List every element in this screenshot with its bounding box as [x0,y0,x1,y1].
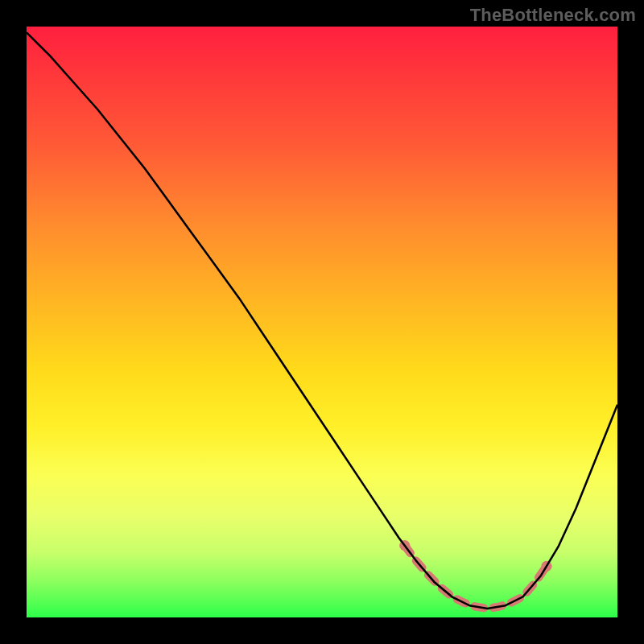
chart-frame: TheBottleneck.com [0,0,644,644]
plot-area [27,27,617,617]
bottleneck-curve [27,32,617,609]
chart-svg [27,27,617,617]
valley-marker-path [405,546,547,609]
valley-marker [399,540,551,609]
watermark-label: TheBottleneck.com [470,5,636,26]
